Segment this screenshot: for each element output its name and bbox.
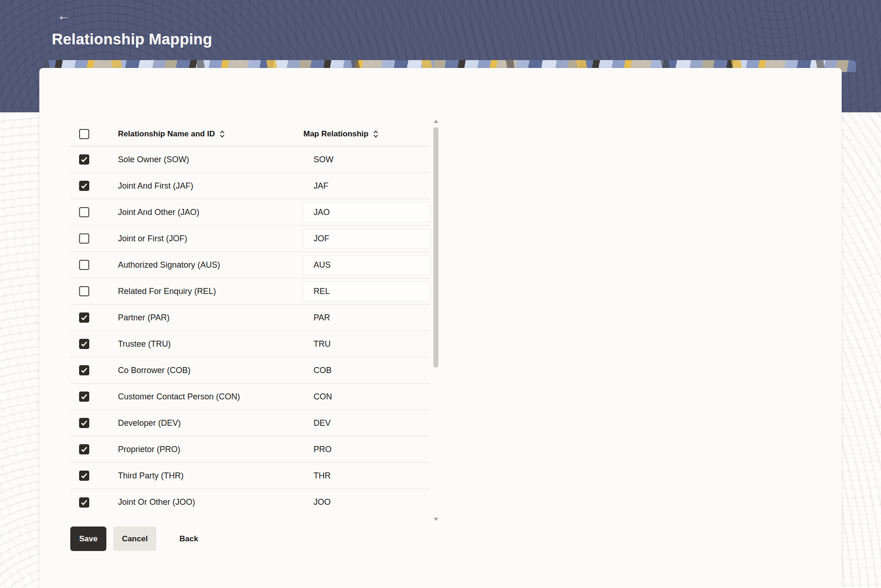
map-relationship-cell: JAF: [303, 173, 430, 199]
map-relationship-cell: PRO: [303, 436, 430, 462]
table-row: Third Party (THR) THR: [70, 463, 430, 489]
check-icon: [81, 420, 87, 426]
row-checkbox[interactable]: [79, 154, 89, 165]
table-row: Customer Contact Person (CON) CON: [70, 384, 430, 410]
table-row: Sole Owner (SOW) SOW: [70, 147, 430, 173]
row-checkbox[interactable]: [79, 260, 89, 270]
sort-by-name[interactable]: Relationship Name and ID: [118, 129, 225, 139]
check-icon: [81, 473, 87, 478]
check-icon: [81, 341, 87, 347]
row-checkbox[interactable]: [79, 181, 89, 191]
row-checkbox[interactable]: [79, 497, 89, 508]
row-checkbox-cell: [70, 444, 118, 454]
table-row: Joint or First (JOF) JOF: [70, 226, 430, 252]
check-icon: [81, 157, 87, 162]
sort-by-map[interactable]: Map Relationship: [303, 129, 379, 139]
row-checkbox[interactable]: [79, 339, 89, 349]
row-checkbox-cell: [70, 260, 118, 270]
table-row: Joint And Other (JAO) JAO: [70, 199, 430, 226]
row-checkbox[interactable]: [79, 233, 89, 244]
table-row: Proprietor (PRO) PRO: [70, 436, 430, 463]
relationship-name: Co Borrower (COB): [118, 366, 303, 375]
row-checkbox-cell: [70, 339, 118, 349]
row-checkbox-cell: [70, 286, 118, 296]
column-header-map-label: Map Relationship: [303, 129, 369, 139]
cancel-button[interactable]: Cancel: [113, 527, 156, 551]
row-checkbox-cell: [70, 392, 118, 402]
check-icon: [81, 315, 87, 320]
relationship-name: Partner (PAR): [118, 313, 303, 323]
page-title: Relationship Mapping: [52, 31, 212, 48]
map-relationship-value: SOW: [303, 155, 333, 165]
relationship-name: Customer Contact Person (CON): [118, 392, 303, 402]
row-checkbox[interactable]: [79, 418, 89, 428]
scroll-down-icon[interactable]: [434, 518, 438, 521]
map-relationship-cell: TRU: [303, 331, 430, 357]
map-relationship-cell: PAR: [303, 305, 430, 331]
relationship-name: Joint And Other (JAO): [118, 208, 303, 217]
page: ← Relationship Mapping Relationship Name…: [0, 0, 881, 588]
sort-icon: [373, 130, 379, 138]
map-relationship-cell[interactable]: JOF: [303, 226, 430, 251]
row-checkbox[interactable]: [79, 392, 89, 402]
map-relationship-cell: THR: [303, 463, 430, 489]
map-relationship-value: JOF: [303, 234, 329, 244]
row-checkbox-cell: [70, 471, 118, 481]
row-checkbox[interactable]: [79, 471, 89, 481]
table-row: Related For Enquiry (REL) REL: [70, 278, 430, 305]
map-relationship-cell: JOO: [303, 489, 430, 515]
map-relationship-cell[interactable]: AUS: [303, 252, 430, 278]
table-row: Partner (PAR) PAR: [70, 305, 430, 331]
row-checkbox-cell: [70, 497, 118, 508]
map-relationship-value: JAO: [303, 208, 330, 217]
table-row: Joint And First (JAF) JAF: [70, 173, 430, 199]
column-header-map: Map Relationship: [303, 129, 430, 139]
table-row: Developer (DEV) DEV: [70, 410, 430, 436]
back-button[interactable]: Back: [175, 527, 203, 551]
map-relationship-value: DEV: [303, 418, 331, 428]
map-relationship-value: TRU: [303, 339, 331, 349]
map-relationship-cell: CON: [303, 384, 430, 410]
map-relationship-value: CON: [303, 392, 332, 402]
map-relationship-value: PRO: [303, 445, 332, 454]
row-checkbox-cell: [70, 365, 118, 375]
row-checkbox[interactable]: [79, 312, 89, 323]
map-relationship-cell[interactable]: REL: [303, 278, 430, 304]
check-icon: [81, 183, 87, 189]
action-bar: Save Cancel Back: [70, 527, 203, 551]
column-header-name: Relationship Name and ID: [118, 129, 303, 139]
row-checkbox-cell: [70, 207, 118, 217]
row-checkbox[interactable]: [79, 286, 89, 296]
scrollbar-thumb[interactable]: [433, 127, 438, 368]
save-button[interactable]: Save: [70, 527, 106, 551]
relationship-name: Joint And First (JAF): [118, 181, 303, 191]
relationship-name: Related For Enquiry (REL): [118, 287, 303, 296]
check-icon: [81, 447, 87, 452]
row-checkbox[interactable]: [79, 444, 89, 454]
map-relationship-value: AUS: [303, 260, 331, 270]
check-icon: [81, 500, 87, 505]
table-header-row: Relationship Name and ID Map Relationshi…: [70, 122, 430, 147]
back-arrow-icon[interactable]: ←: [57, 7, 76, 24]
row-checkbox-cell: [70, 154, 118, 165]
table-scrollbar: [433, 120, 439, 521]
row-checkbox-cell: [70, 181, 118, 191]
row-checkbox-cell: [70, 418, 118, 428]
column-header-name-label: Relationship Name and ID: [118, 129, 215, 139]
content-card: Relationship Name and ID Map Relationshi…: [39, 68, 842, 588]
table-body: Sole Owner (SOW) SOW Joint And First: [70, 147, 430, 515]
scroll-up-icon[interactable]: [434, 120, 438, 123]
table-row: Trustee (TRU) TRU: [70, 331, 430, 357]
relationship-name: Joint or First (JOF): [118, 234, 303, 244]
table-row: Joint Or Other (JOO) JOO: [70, 489, 430, 515]
table-row: Authorized Signatory (AUS) AUS: [70, 252, 430, 278]
select-all-checkbox[interactable]: [79, 129, 89, 139]
check-icon: [81, 394, 87, 399]
row-checkbox[interactable]: [79, 365, 89, 375]
row-checkbox[interactable]: [79, 207, 89, 217]
table-row: Co Borrower (COB) COB: [70, 357, 430, 384]
map-relationship-value: JAF: [303, 181, 328, 191]
map-relationship-cell[interactable]: JAO: [303, 199, 430, 225]
relationship-name: Trustee (TRU): [118, 339, 303, 349]
row-checkbox-cell: [70, 312, 118, 323]
